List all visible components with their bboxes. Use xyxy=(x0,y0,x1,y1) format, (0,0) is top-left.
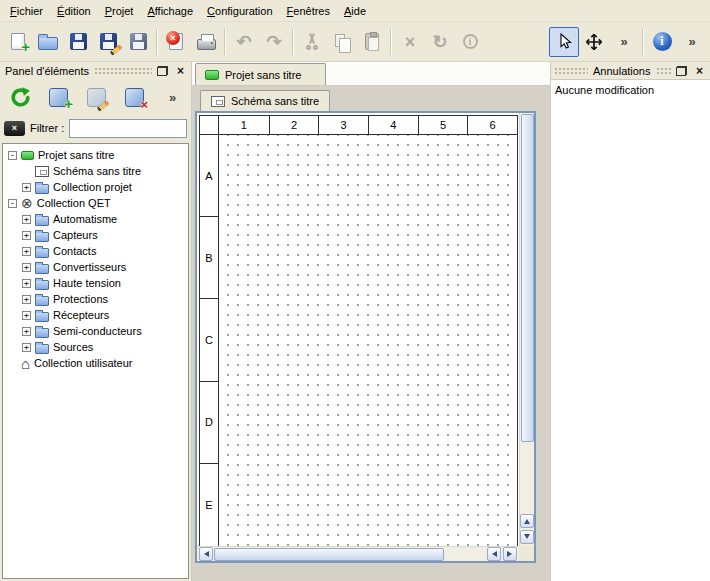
diagram-sheet: 1 2 3 4 5 6 A B C D E xyxy=(199,115,518,546)
tree-item-collection-qet[interactable]: - Collection QET xyxy=(3,195,188,211)
close-file-button[interactable] xyxy=(161,27,191,57)
folder-icon xyxy=(35,312,49,322)
drawing-canvas[interactable] xyxy=(219,135,517,546)
rotate-button[interactable]: ↻ xyxy=(425,27,455,57)
redo-icon: ↷ xyxy=(266,33,281,51)
tab-projet-sans-titre[interactable]: Projet sans titre xyxy=(195,63,326,85)
float-icon xyxy=(157,66,168,76)
tree-item-haute-tension[interactable]: + Haute tension xyxy=(3,275,188,291)
expand-expander-icon[interactable]: + xyxy=(22,231,31,240)
menu-fichier[interactable]: Fichier xyxy=(3,2,50,20)
menu-affichage[interactable]: Affichage xyxy=(140,2,200,20)
expand-expander-icon[interactable]: + xyxy=(22,343,31,352)
menu-fenetres[interactable]: Fenêtres xyxy=(280,2,337,20)
panel-title: Annulations xyxy=(591,65,653,77)
undo-panel-titlebar[interactable]: Annulations xyxy=(551,62,710,79)
menu-configuration[interactable]: Configuration xyxy=(200,2,279,20)
column-label: 3 xyxy=(318,116,368,134)
new-file-button[interactable] xyxy=(3,27,33,57)
arrow-up-icon xyxy=(524,516,530,524)
close-icon xyxy=(177,65,184,77)
schema-view: 1 2 3 4 5 6 A B C D E xyxy=(195,111,536,563)
menu-projet[interactable]: Projet xyxy=(98,2,141,20)
delete-element-button[interactable] xyxy=(121,84,148,111)
tree-item-convertisseurs[interactable]: + Convertisseurs xyxy=(3,259,188,275)
tree-item-protections[interactable]: + Protections xyxy=(3,291,188,307)
scroll-right-button[interactable] xyxy=(503,547,517,561)
window-overflow-button[interactable]: » xyxy=(677,27,707,57)
collapse-expander-icon[interactable]: - xyxy=(8,199,17,208)
select-mode-button[interactable] xyxy=(549,27,579,57)
menu-aide[interactable]: Aide xyxy=(337,2,373,20)
scroll-left-button-2[interactable] xyxy=(487,547,501,561)
close-panel-button[interactable] xyxy=(692,64,707,78)
horizontal-scroll-thumb[interactable] xyxy=(214,548,444,561)
tree-item-projet[interactable]: - Projet sans titre xyxy=(3,147,188,163)
toolbar-separator xyxy=(390,29,392,55)
new-element-button[interactable] xyxy=(45,84,72,111)
arrow-right-icon xyxy=(507,551,515,557)
row-label: C xyxy=(200,299,218,381)
plus-badge-icon xyxy=(21,39,30,54)
folder-icon xyxy=(35,344,49,354)
tree-item-semi-conducteurs[interactable]: + Semi-conducteurs xyxy=(3,323,188,339)
delete-x-icon: × xyxy=(405,33,416,51)
collapse-expander-icon[interactable]: - xyxy=(8,151,17,160)
save-all-button[interactable] xyxy=(123,27,153,57)
filter-input[interactable] xyxy=(69,119,187,138)
save-as-button[interactable] xyxy=(93,27,123,57)
open-file-button[interactable] xyxy=(33,27,63,57)
cut-button[interactable] xyxy=(297,27,327,57)
printer-icon xyxy=(197,39,216,50)
tree-item-schema[interactable]: Schéma sans titre xyxy=(3,163,188,179)
reload-collections-button[interactable] xyxy=(7,84,34,111)
float-panel-button[interactable] xyxy=(155,64,170,78)
toolbar-overflow-button[interactable]: » xyxy=(609,27,639,57)
tree-item-collection-projet[interactable]: + Collection projet xyxy=(3,179,188,195)
menu-edition[interactable]: Édition xyxy=(50,2,98,20)
close-panel-button[interactable] xyxy=(173,64,188,78)
element-info-button[interactable]: i xyxy=(455,27,485,57)
app-window: Fichier Édition Projet Affichage Configu… xyxy=(0,0,710,581)
tree-item-automatisme[interactable]: + Automatisme xyxy=(3,211,188,227)
float-panel-button[interactable] xyxy=(674,64,689,78)
tree-item-sources[interactable]: + Sources xyxy=(3,339,188,355)
vertical-scrollbar xyxy=(519,113,534,546)
expand-expander-icon[interactable]: + xyxy=(22,279,31,288)
tree-item-contacts[interactable]: + Contacts xyxy=(3,243,188,259)
expand-expander-icon[interactable]: + xyxy=(22,263,31,272)
paste-button[interactable] xyxy=(357,27,387,57)
tree-item-capteurs[interactable]: + Capteurs xyxy=(3,227,188,243)
tab-schema-sans-titre[interactable]: Schéma sans titre xyxy=(200,90,330,111)
expand-expander-icon[interactable]: + xyxy=(22,247,31,256)
tree-item-recepteurs[interactable]: + Récepteurs xyxy=(3,307,188,323)
toolbar-separator xyxy=(642,29,644,55)
save-button[interactable] xyxy=(63,27,93,57)
clear-filter-button[interactable] xyxy=(4,121,25,136)
tree-item-collection-utilisateur[interactable]: Collection utilisateur xyxy=(3,355,188,371)
scroll-left-button[interactable] xyxy=(199,547,213,561)
panel-toolbar-overflow-button[interactable]: » xyxy=(159,84,186,111)
menu-bar: Fichier Édition Projet Affichage Configu… xyxy=(0,0,710,22)
folder-icon xyxy=(35,280,49,290)
redo-button[interactable]: ↷ xyxy=(259,27,289,57)
expand-expander-icon[interactable]: + xyxy=(22,215,31,224)
vertical-scroll-thumb[interactable] xyxy=(521,114,534,442)
expand-expander-icon[interactable]: + xyxy=(22,183,31,192)
edit-element-button[interactable] xyxy=(83,84,110,111)
scroll-up-button[interactable] xyxy=(520,514,534,528)
scroll-down-button[interactable] xyxy=(520,530,534,544)
undo-button[interactable]: ↶ xyxy=(229,27,259,57)
expand-expander-icon[interactable]: + xyxy=(22,327,31,336)
float-icon xyxy=(676,66,687,76)
copy-button[interactable] xyxy=(327,27,357,57)
print-button[interactable] xyxy=(191,27,221,57)
scrollbar-corner xyxy=(519,546,534,561)
about-qet-button[interactable]: i xyxy=(647,27,677,57)
pan-mode-button[interactable] xyxy=(579,27,609,57)
expand-expander-icon[interactable]: + xyxy=(22,311,31,320)
elements-panel-titlebar[interactable]: Panel d'éléments xyxy=(0,62,191,79)
delete-button[interactable]: × xyxy=(395,27,425,57)
info-circle-blue-icon: i xyxy=(653,32,672,51)
expand-expander-icon[interactable]: + xyxy=(22,295,31,304)
